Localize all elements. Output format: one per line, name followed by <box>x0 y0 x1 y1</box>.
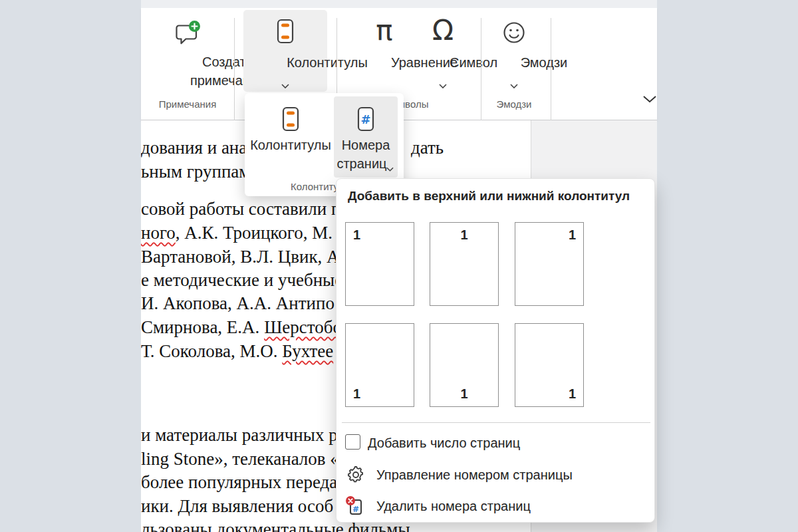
dropdown-item-headers-footers[interactable]: Колонтитулы <box>248 96 333 178</box>
smiley-icon <box>502 21 526 47</box>
group-label-emoji: Эмодзи <box>484 98 544 110</box>
chevron-down-icon <box>386 162 394 174</box>
comment-plus-icon <box>174 20 201 48</box>
delete-page-numbers-label: Удалить номера страниц <box>376 499 531 514</box>
doc-text-line: ьным группам <box>141 162 250 182</box>
window-top-strip <box>141 0 657 8</box>
delete-page-number-icon: # <box>344 495 366 519</box>
flyout-divider <box>342 422 650 423</box>
header-footer-icon <box>275 18 295 47</box>
word-app-window: Создать примечание Примечания Колонтитул… <box>0 0 798 532</box>
gear-icon <box>347 466 364 486</box>
doc-text-line: и материалы различных р <box>141 425 338 446</box>
doc-text-line: ики. Для выявления особ <box>141 496 333 517</box>
page-numbers-label-line2: страниц <box>330 156 394 172</box>
headers-footers-ribbon-button[interactable]: Колонтитулы <box>243 10 327 92</box>
group-label-comments: Примечания <box>148 98 227 110</box>
doc-text-line: е методические и учебные <box>141 270 342 291</box>
ribbon-group-divider <box>234 18 235 121</box>
emoji-label: Эмодзи <box>514 55 574 70</box>
page-number-thumbnail-bottom-left[interactable]: 1 <box>345 323 414 407</box>
add-page-count-checkbox[interactable] <box>345 434 360 450</box>
emoji-button[interactable]: Эмодзи <box>484 10 544 93</box>
doc-text-line: Смирнова, Е.А. Шерстобо <box>141 317 342 338</box>
page-number-thumbnail-top-center[interactable]: 1 <box>430 222 499 306</box>
add-page-count-label: Добавить число страниц <box>368 436 520 451</box>
svg-text:#: # <box>352 505 359 514</box>
dropdown-item-page-numbers[interactable]: # Номера страниц <box>334 96 398 178</box>
menu-item-delete-page-numbers[interactable]: # Удалить номера страниц <box>336 491 654 519</box>
doc-text-line: более популярных переда <box>141 472 337 493</box>
ribbon-group-divider <box>551 18 551 121</box>
page-numbers-label-line1: Номера <box>334 138 398 153</box>
menu-item-manage-page-number[interactable]: Управление номером страницы <box>336 462 654 488</box>
doc-text-line: Вартановой, В.Л. Цвик, А <box>141 247 340 267</box>
page-numbers-flyout: Добавить в верхний или нижний колонтитул… <box>336 178 655 523</box>
symbol-button[interactable]: Ω Символ <box>412 10 473 93</box>
ribbon-collapse-chevron-icon[interactable] <box>642 94 657 106</box>
doc-text-line: совой работы составили п <box>141 199 340 219</box>
manage-page-number-label: Управление номером страницы <box>376 467 573 483</box>
svg-text:#: # <box>360 112 370 126</box>
ribbon-group-divider <box>481 18 481 121</box>
chevron-down-icon <box>510 79 518 91</box>
create-comment-button[interactable]: Создать примечание <box>148 10 227 93</box>
page-number-thumbnail-top-right[interactable]: 1 <box>515 222 584 306</box>
chevron-down-icon <box>439 79 447 91</box>
page-number-icon: # <box>356 106 376 135</box>
flyout-title: Добавить в верхний или нижний колонтитул <box>348 189 630 203</box>
header-footer-icon <box>281 106 301 135</box>
chevron-down-icon <box>281 79 289 91</box>
page-number-thumbnail-bottom-right[interactable]: 1 <box>515 323 584 407</box>
doc-text-line: ling Stone», телеканалов « <box>141 449 339 469</box>
dropdown-headers-label: Колонтитулы <box>248 138 333 153</box>
page-number-thumbnail-bottom-center[interactable]: 1 <box>430 323 499 407</box>
doc-text-line: И. Акопова, А.А. Антипо <box>141 293 334 314</box>
doc-text-line: дования и ана <box>141 138 247 158</box>
doc-text-line: дать <box>411 138 444 158</box>
doc-text-line: ного, А.К. Троицкого, М. <box>141 223 332 243</box>
page-number-thumbnail-top-left[interactable]: 1 <box>345 222 414 306</box>
doc-text-line: Т. Соколова, М.О. Бухтее <box>141 341 333 362</box>
omega-icon: Ω <box>412 17 473 45</box>
